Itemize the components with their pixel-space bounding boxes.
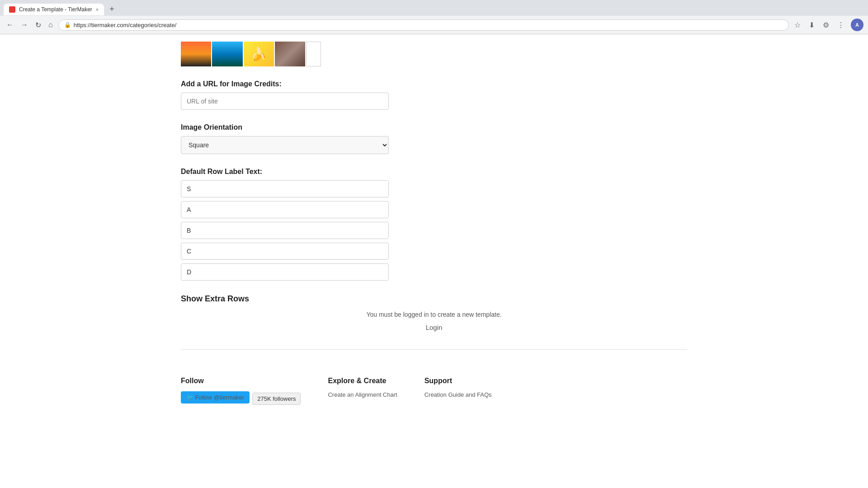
footer-follow-column: Follow 🐦 Follow @tiermaker 275K follower… <box>181 377 301 406</box>
footer-explore-column: Explore & Create Create an Alignment Cha… <box>328 377 397 406</box>
tab-favicon <box>9 6 15 13</box>
show-extra-rows-section: Show Extra Rows You must be logged in to… <box>181 294 687 331</box>
address-actions: ☆ ⬇ ⚙ ⋮ A <box>793 19 863 31</box>
row-b-input[interactable] <box>181 222 389 239</box>
new-tab-button[interactable]: + <box>106 3 118 16</box>
show-extra-rows-heading: Show Extra Rows <box>181 294 687 304</box>
footer-explore-heading: Explore & Create <box>328 377 397 385</box>
back-button[interactable]: ← <box>5 19 15 31</box>
image-thumb-banana: 🍌 <box>244 42 274 66</box>
twitter-follow-button[interactable]: 🐦 Follow @tiermaker <box>181 391 250 404</box>
tab-close-button[interactable]: × <box>96 7 99 12</box>
url-credits-section: Add a URL for Image Credits: <box>181 80 687 110</box>
browser-chrome: Create a Template - TierMaker × + ← → ↻ … <box>0 0 868 34</box>
bookmark-button[interactable]: ☆ <box>793 19 802 31</box>
address-bar: ← → ↻ ⌂ 🔒 https://tiermaker.com/categori… <box>0 16 868 34</box>
footer-support-heading: Support <box>425 377 492 385</box>
row-d-input[interactable] <box>181 263 389 281</box>
refresh-button[interactable]: ↻ <box>33 19 43 31</box>
row-a-input[interactable] <box>181 201 389 218</box>
image-thumb-ocean <box>212 42 242 66</box>
page-wrapper: 🍌 Add a URL for Image Credits: Image Ori… <box>0 34 868 420</box>
row-c-input[interactable] <box>181 243 389 260</box>
footer: Follow 🐦 Follow @tiermaker 275K follower… <box>172 363 696 420</box>
tab-bar: Create a Template - TierMaker × + <box>0 0 868 16</box>
row-s-input[interactable] <box>181 180 389 197</box>
footer-follow-heading: Follow <box>181 377 301 385</box>
twitter-icon: 🐦 <box>186 394 193 401</box>
followers-badge: 275K followers <box>252 393 301 405</box>
footer-divider <box>181 349 687 350</box>
lock-icon: 🔒 <box>64 22 71 28</box>
login-link[interactable]: Login <box>181 324 687 331</box>
twitter-follow-label: Follow @tiermaker <box>195 394 245 401</box>
image-thumb-blank <box>306 42 321 66</box>
twitter-row: 🐦 Follow @tiermaker 275K followers <box>181 391 301 406</box>
footer-support-column: Support Creation Guide and FAQs <box>425 377 492 406</box>
image-orientation-select[interactable]: Square Wide Tall <box>181 136 389 154</box>
image-thumb-sunset <box>181 42 211 66</box>
download-button[interactable]: ⬇ <box>807 19 816 31</box>
url-credits-label: Add a URL for Image Credits: <box>181 80 687 88</box>
row-labels-group <box>181 180 687 281</box>
url-text: https://tiermaker.com/categories/create/ <box>74 22 177 28</box>
image-orientation-section: Image Orientation Square Wide Tall <box>181 123 687 154</box>
row-labels-section: Default Row Label Text: <box>181 168 687 281</box>
image-thumb-cat <box>275 42 305 66</box>
url-bar[interactable]: 🔒 https://tiermaker.com/categories/creat… <box>58 19 789 31</box>
image-orientation-label: Image Orientation <box>181 123 687 131</box>
footer-columns: Follow 🐦 Follow @tiermaker 275K follower… <box>181 377 687 406</box>
footer-link-creation-guide[interactable]: Creation Guide and FAQs <box>425 391 492 398</box>
row-labels-label: Default Row Label Text: <box>181 168 687 176</box>
active-tab[interactable]: Create a Template - TierMaker × <box>4 4 104 15</box>
extensions-button[interactable]: ⚙ <box>821 19 831 31</box>
image-preview-strip: 🍌 <box>181 42 321 66</box>
profile-button[interactable]: A <box>851 19 863 31</box>
menu-button[interactable]: ⋮ <box>835 19 846 31</box>
tab-label: Create a Template - TierMaker <box>19 6 92 13</box>
url-credits-input[interactable] <box>181 93 389 110</box>
login-required-message: You must be logged in to create a new te… <box>181 311 687 318</box>
home-button[interactable]: ⌂ <box>47 19 55 31</box>
forward-button[interactable]: → <box>19 19 30 31</box>
footer-link-alignment-chart[interactable]: Create an Alignment Chart <box>328 391 397 398</box>
page-content: 🍌 Add a URL for Image Credits: Image Ori… <box>172 42 696 350</box>
